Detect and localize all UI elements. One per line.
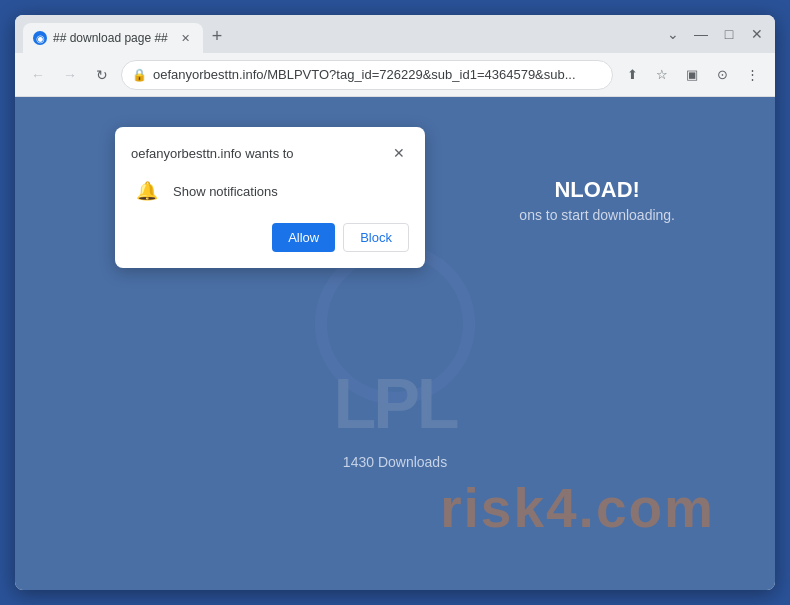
sidebar-icon[interactable]: ▣ — [679, 62, 705, 88]
address-bar: ← → ↻ 🔒 oefanyorbesttn.info/MBLPVTO?tag_… — [15, 53, 775, 97]
forward-button[interactable]: → — [57, 62, 83, 88]
menu-icon[interactable]: ⋮ — [739, 62, 765, 88]
url-actions: ⬆ ☆ ▣ ⊙ ⋮ — [619, 62, 765, 88]
tab-strip: ◉ ## download page ## ✕ + — [23, 15, 657, 53]
profile-icon[interactable]: ⊙ — [709, 62, 735, 88]
title-bar: ◉ ## download page ## ✕ + ⌄ — □ ✕ — [15, 15, 775, 53]
close-button[interactable]: ✕ — [747, 24, 767, 44]
tab-favicon: ◉ — [33, 31, 47, 45]
url-bar[interactable]: 🔒 oefanyorbesttn.info/MBLPVTO?tag_id=726… — [121, 60, 613, 90]
notification-popup: oefanyorbesttn.info wants to ✕ 🔔 Show no… — [115, 127, 425, 268]
tab-close-button[interactable]: ✕ — [177, 30, 193, 46]
back-button[interactable]: ← — [25, 62, 51, 88]
watermark-text: risk4.com — [440, 476, 715, 540]
notification-label: Show notifications — [173, 184, 278, 199]
block-button[interactable]: Block — [343, 223, 409, 252]
bell-icon: 🔔 — [131, 175, 163, 207]
new-tab-button[interactable]: + — [203, 22, 231, 50]
popup-actions: Allow Block — [131, 223, 409, 252]
popup-header: oefanyorbesttn.info wants to ✕ — [131, 143, 409, 163]
restore-button[interactable]: □ — [719, 24, 739, 44]
lock-icon: 🔒 — [132, 68, 147, 82]
popup-close-button[interactable]: ✕ — [389, 143, 409, 163]
download-heading: NLOAD! — [519, 177, 675, 203]
chevron-down-icon[interactable]: ⌄ — [663, 24, 683, 44]
download-subtext: ons to start downloading. — [519, 207, 675, 223]
browser-window: ◉ ## download page ## ✕ + ⌄ — □ ✕ ← → ↻ … — [15, 15, 775, 590]
page-main-text: NLOAD! ons to start downloading. — [519, 177, 675, 223]
allow-button[interactable]: Allow — [272, 223, 335, 252]
url-text: oefanyorbesttn.info/MBLPVTO?tag_id=72622… — [153, 67, 602, 82]
bookmark-icon[interactable]: ☆ — [649, 62, 675, 88]
window-controls: ⌄ — □ ✕ — [663, 24, 767, 44]
popup-title: oefanyorbesttn.info wants to — [131, 146, 294, 161]
active-tab[interactable]: ◉ ## download page ## ✕ — [23, 23, 203, 53]
minimize-button[interactable]: — — [691, 24, 711, 44]
page-content: LPL risk4.com NLOAD! ons to start downlo… — [15, 97, 775, 590]
popup-body: 🔔 Show notifications — [131, 175, 409, 207]
refresh-button[interactable]: ↻ — [89, 62, 115, 88]
downloads-count: 1430 Downloads — [343, 454, 447, 470]
share-icon[interactable]: ⬆ — [619, 62, 645, 88]
tab-title: ## download page ## — [53, 31, 171, 45]
logo-text: LPL — [333, 364, 456, 444]
